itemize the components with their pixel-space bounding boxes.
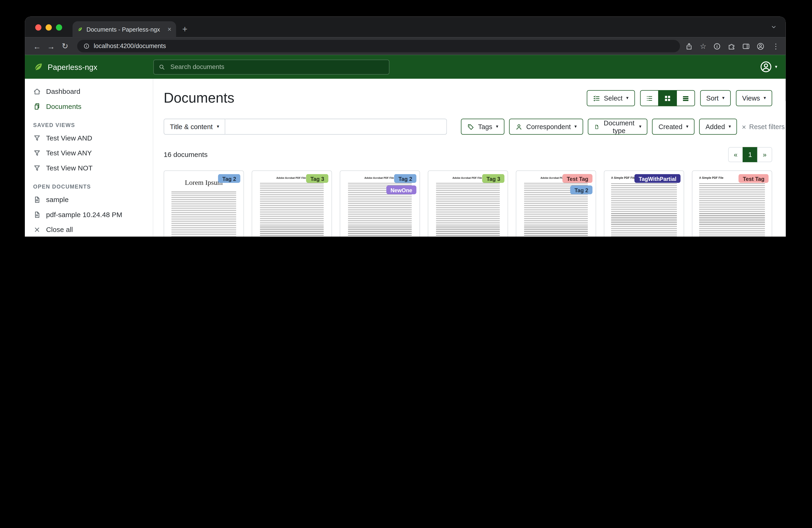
bookmark-star-icon[interactable]: ☆: [700, 42, 706, 51]
added-filter-button[interactable]: Added ▾: [699, 119, 737, 135]
tags-filter-button[interactable]: Tags ▾: [461, 119, 504, 135]
thumbnail-content: [436, 183, 500, 237]
open-document-pdf-sample[interactable]: pdf-sample 10.24.48 PM: [25, 207, 153, 222]
profile-icon[interactable]: [756, 42, 764, 50]
tab-favicon-leaf-icon: [77, 27, 83, 32]
main-content: Documents Select ▾ Sor: [153, 79, 785, 237]
funnel-icon: [33, 164, 41, 172]
tab-close-icon[interactable]: ×: [168, 25, 172, 33]
sidebar-label: sample: [46, 196, 69, 203]
document-thumbnail[interactable]: A Simple PDF File TagWithPartial: [605, 171, 684, 237]
tag-badge[interactable]: NewOne: [386, 186, 416, 194]
document-thumbnail[interactable]: A Simple PDF File Test Tag: [693, 171, 772, 237]
saved-views-header: SAVED VIEWS: [25, 114, 153, 130]
close-window-button[interactable]: [35, 24, 42, 31]
tag-badge[interactable]: Tag 2: [218, 174, 240, 183]
document-card[interactable]: A Simple PDF File Test Tag Correspondent…: [692, 170, 772, 237]
sidebar-label: Documents: [46, 103, 82, 110]
extensions-puzzle-icon[interactable]: [728, 42, 735, 50]
title-content-filter: Title & content ▾: [164, 119, 447, 135]
browser-menu-icon[interactable]: ⋮: [771, 42, 780, 51]
document-card[interactable]: Adobe Acrobat PDF Files Tag 3 Correspond…: [428, 170, 508, 237]
minimize-window-button[interactable]: [45, 24, 52, 31]
home-icon: [33, 87, 41, 95]
tab-title: Documents - Paperless-ngx: [87, 26, 164, 32]
tag-badges: Test Tag: [739, 174, 769, 183]
zoom-window-button[interactable]: [56, 24, 62, 31]
tag-badge[interactable]: Tag 2: [570, 186, 592, 194]
new-tab-button[interactable]: +: [182, 25, 187, 34]
tag-badge[interactable]: Test Tag: [563, 174, 593, 183]
document-card[interactable]: Lorem Ipsum Tag 2 Test Correspondent: A …: [164, 170, 244, 237]
title-content-input[interactable]: [226, 119, 447, 135]
tag-icon: [467, 123, 475, 130]
document-thumbnail[interactable]: Adobe Acrobat PDF Files Test TagTag 2: [516, 171, 595, 237]
title-content-label: Title & content: [170, 123, 213, 130]
user-menu[interactable]: ▾: [760, 61, 778, 73]
sort-label: Sort: [706, 94, 719, 102]
url-bar[interactable]: localhost:4200/documents: [77, 40, 680, 53]
caret-down-icon: ▾: [764, 96, 766, 101]
document-thumbnail[interactable]: Lorem Ipsum Tag 2: [164, 171, 243, 237]
thumbnail-content: [171, 191, 236, 237]
global-search[interactable]: [153, 59, 389, 74]
close-icon: ×: [742, 123, 746, 130]
reload-button[interactable]: ↻: [58, 41, 72, 51]
brand[interactable]: Paperless-ngx: [33, 61, 154, 72]
correspondent-filter-button[interactable]: Correspondent ▾: [509, 119, 583, 135]
document-thumbnail[interactable]: Adobe Acrobat PDF Files Tag 2NewOne: [340, 171, 419, 237]
list-view-button[interactable]: [640, 90, 658, 106]
document-card[interactable]: Adobe Acrobat PDF Files Test TagTag 2 Co…: [516, 170, 596, 237]
close-all-button[interactable]: Close all: [25, 222, 153, 237]
browser-window: Documents - Paperless-ngx × + ← → ↻ loca…: [25, 16, 785, 237]
tag-badge[interactable]: Tag 3: [482, 174, 504, 183]
open-document-sample[interactable]: sample: [25, 192, 153, 208]
tag-badges: TagWithPartial: [635, 174, 681, 183]
document-card[interactable]: Adobe Acrobat PDF Files Tag 3 Correspond…: [252, 170, 332, 237]
tag-badge[interactable]: Tag 2: [394, 174, 417, 183]
document-thumbnail[interactable]: Adobe Acrobat PDF Files Tag 3: [428, 171, 507, 237]
browser-tab[interactable]: Documents - Paperless-ngx ×: [72, 21, 176, 37]
list-view-icon: [646, 95, 653, 102]
detail-view-button[interactable]: [676, 90, 695, 106]
next-page-button[interactable]: »: [757, 147, 772, 162]
title-content-dropdown[interactable]: Title & content ▾: [164, 119, 226, 135]
document-type-filter-button[interactable]: Document type ▾: [588, 119, 648, 135]
document-thumbnail[interactable]: Adobe Acrobat PDF Files Tag 3: [252, 171, 331, 237]
saved-view-test-view-and[interactable]: Test View AND: [25, 130, 153, 146]
saved-view-test-view-any[interactable]: Test View ANY: [25, 146, 153, 161]
views-button[interactable]: Views ▾: [736, 90, 772, 106]
sort-button[interactable]: Sort ▾: [700, 90, 731, 106]
search-input[interactable]: [170, 63, 385, 71]
document-card[interactable]: A Simple PDF File TagWithPartial Corresp…: [604, 170, 684, 237]
url-text: localhost:4200/documents: [94, 42, 166, 50]
tab-search-chevron-icon[interactable]: [770, 23, 777, 30]
share-icon[interactable]: [685, 42, 693, 50]
prev-page-button[interactable]: «: [728, 147, 743, 162]
sidebar-item-dashboard[interactable]: Dashboard: [25, 84, 153, 99]
reset-filters-button[interactable]: × Reset filters: [742, 123, 785, 130]
tag-badge[interactable]: Tag 3: [306, 174, 328, 183]
tag-badge[interactable]: TagWithPartial: [635, 174, 681, 183]
sidebar-label: Test View AND: [46, 134, 92, 142]
sidebar-item-documents[interactable]: Documents: [25, 99, 153, 114]
grid-view-button[interactable]: [658, 90, 677, 106]
file-text-icon: [33, 211, 41, 218]
page-1-button[interactable]: 1: [743, 147, 758, 162]
saved-view-test-view-not[interactable]: Test View NOT: [25, 161, 153, 176]
browser-toolbar: ← → ↻ localhost:4200/documents ☆ ⋮: [25, 38, 785, 55]
open-documents-header: OPEN DOCUMENTS: [25, 175, 153, 192]
select-button[interactable]: Select ▾: [587, 90, 635, 106]
page-info-icon[interactable]: [713, 42, 721, 50]
created-filter-button[interactable]: Created ▾: [652, 119, 695, 135]
back-button[interactable]: ←: [30, 42, 44, 51]
sidebar-label: Close all: [46, 226, 73, 233]
forward-button[interactable]: →: [44, 42, 58, 51]
side-panel-icon[interactable]: [742, 42, 750, 50]
tag-badge[interactable]: Test Tag: [739, 174, 769, 183]
site-info-icon[interactable]: [83, 43, 90, 49]
tags-filter-label: Tags: [478, 123, 492, 130]
app-body: Dashboard Documents SAVED VIEWS Test Vie…: [25, 79, 785, 237]
document-card[interactable]: Adobe Acrobat PDF Files Tag 2NewOne Corr…: [340, 170, 420, 237]
tag-badges: Tag 2NewOne: [386, 174, 416, 194]
